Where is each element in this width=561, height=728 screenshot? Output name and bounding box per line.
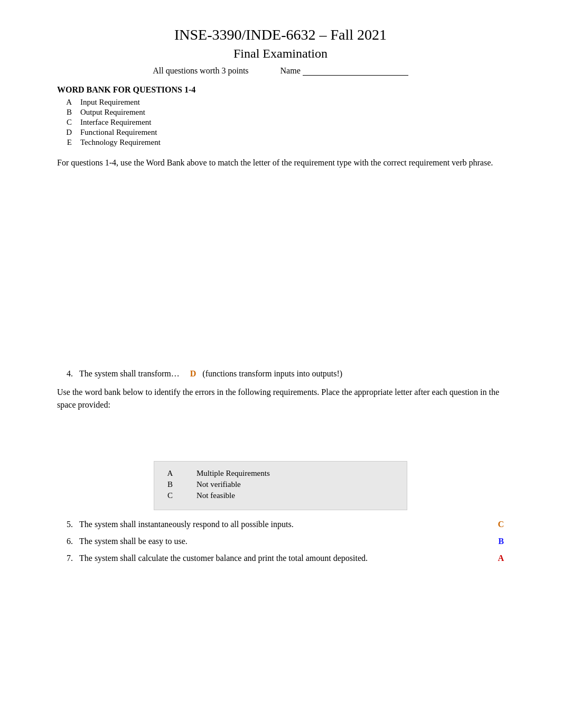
word-bank-1-title: WORD BANK FOR QUESTIONS 1-4 (57, 85, 504, 95)
wb2-text-c: Not feasible (197, 491, 235, 500)
page-header: INSE-3390/INDE-6632 – Fall 2021 Final Ex… (57, 26, 504, 76)
word-bank-1-list: A Input Requirement B Output Requirement… (62, 98, 504, 147)
q7-answer: A (498, 554, 504, 563)
question-4-row: 4. The system shall transform… D (functi… (57, 369, 504, 379)
wb2-letter-b: B (165, 480, 175, 489)
q4-main-text: The system shall transform… (79, 369, 180, 378)
name-field: Name (280, 66, 408, 76)
list-item: E Technology Requirement (62, 138, 504, 147)
list-item: D Functional Requirement (62, 128, 504, 137)
list-item: A Input Requirement (62, 98, 504, 107)
wb1-letter-c: C (62, 118, 72, 127)
list-item: B Output Requirement (62, 108, 504, 117)
q5-text: The system shall instantaneously respond… (79, 520, 487, 529)
spacer-1 (57, 179, 504, 369)
wb2-letter-a: A (165, 469, 175, 478)
spacer-2 (57, 419, 504, 461)
q7-number: 7. (57, 554, 73, 563)
wb1-letter-b: B (62, 108, 72, 117)
question-5-row: 5. The system shall instantaneously resp… (57, 520, 504, 529)
course-title: INSE-3390/INDE-6632 – Fall 2021 (57, 26, 504, 43)
q4-hint: (functions transform inputs into outputs… (202, 369, 342, 378)
wb1-text-e: Technology Requirement (80, 138, 161, 147)
q5-number: 5. (57, 520, 73, 529)
wb2-text-b: Not verifiable (197, 480, 241, 489)
wb1-text-d: Functional Requirement (80, 128, 157, 137)
points-text: All questions worth 3 points (153, 66, 248, 76)
instructions-2: Use the word bank below to identify the … (57, 386, 504, 411)
list-item: A Multiple Requirements (165, 469, 396, 478)
wb1-letter-d: D (62, 128, 72, 137)
name-underline (303, 66, 408, 76)
q6-answer: B (498, 537, 504, 546)
q7-text: The system shall calculate the customer … (79, 554, 487, 563)
list-item: C Not feasible (165, 491, 396, 500)
word-bank-2-list: A Multiple Requirements B Not verifiable… (165, 469, 396, 500)
name-label: Name (280, 66, 301, 76)
q6-number: 6. (57, 537, 73, 546)
q4-answer: D (190, 369, 197, 378)
wb1-letter-a: A (62, 98, 72, 107)
wb2-letter-c: C (165, 491, 175, 500)
wb2-text-a: Multiple Requirements (197, 469, 270, 478)
question-6-row: 6. The system shall be easy to use. B (57, 537, 504, 546)
wb1-letter-e: E (62, 138, 72, 147)
q5-answer: C (498, 520, 504, 529)
wb1-text-a: Input Requirement (80, 98, 140, 107)
question-7-row: 7. The system shall calculate the custom… (57, 554, 504, 563)
word-bank-1: WORD BANK FOR QUESTIONS 1-4 A Input Requ… (57, 85, 504, 147)
wb1-text-b: Output Requirement (80, 108, 145, 117)
list-item: C Interface Requirement (62, 118, 504, 127)
wb1-text-c: Interface Requirement (80, 118, 152, 127)
exam-title: Final Examination (57, 47, 504, 61)
instructions-1: For questions 1-4, use the Word Bank abo… (57, 156, 504, 169)
list-item: B Not verifiable (165, 480, 396, 489)
word-bank-2: A Multiple Requirements B Not verifiable… (154, 461, 407, 510)
q4-text: The system shall transform… D (functions… (79, 369, 504, 379)
q4-number: 4. (57, 369, 73, 379)
q6-text: The system shall be easy to use. (79, 537, 456, 546)
